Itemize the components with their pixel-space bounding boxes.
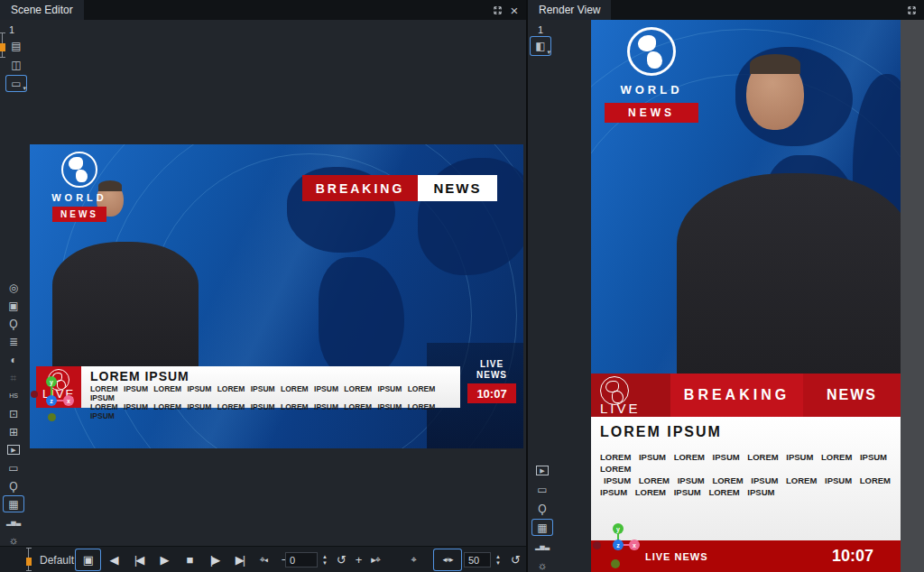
story-line1: LOREM IPSUM LOREM IPSUM LOREM IPSUM LORE… [600, 451, 892, 475]
time-label: 10:07 [467, 383, 516, 403]
gizmo-z-handle[interactable]: z [613, 540, 624, 550]
lower-third-line1: LOREM IPSUM LOREM IPSUM LOREM IPSUM LORE… [90, 384, 451, 402]
video-clip-icon[interactable]: ▶ [532, 463, 552, 478]
breaking-label: BREAKING [302, 175, 418, 201]
dropdown-caret-icon: ▾ [547, 49, 550, 56]
reset-speed-button[interactable]: ↺ [504, 549, 526, 570]
render-camera-number: 1 [538, 24, 543, 35]
step-forward-button[interactable]: |▶ [203, 549, 226, 570]
gizmo-anchor-dot [31, 391, 38, 398]
snapshot-icon[interactable]: ▣ [4, 298, 23, 313]
banner-breaking-label: BREAKING [670, 374, 803, 417]
grid-icon[interactable]: ▦ [532, 520, 552, 535]
hs-icon[interactable]: HS [4, 388, 23, 403]
play-button[interactable]: ▶ [152, 549, 175, 570]
brightness-icon[interactable]: ☼ [532, 558, 552, 572]
camera-select-icon[interactable]: ◎ [4, 280, 23, 295]
globe-icon [61, 152, 97, 188]
tab-render-view-label: Render View [539, 4, 600, 16]
wireframe-icon[interactable]: ⌗ [4, 370, 23, 385]
lower-third-panel: LOREM IPSUM LOREM IPSUM LOREM IPSUM LORE… [81, 366, 460, 408]
gizmo-pivot-dot [48, 413, 56, 421]
render-maximize-icon[interactable] [904, 3, 919, 17]
stop-button[interactable]: ■ [178, 549, 200, 570]
animation-speed-toggle[interactable]: ◂⌖▸ [434, 549, 461, 570]
playback-controls: ◀|◀▶■|▶▶| [102, 549, 251, 570]
animation-toolbar: Default ▣ ◀|◀▶■|▶▶| ⌖◂ − ▲ ▼ ↺ + ▸⌖ ⌖ ◂⌖… [0, 546, 528, 572]
maximize-icon[interactable] [490, 3, 504, 17]
gizmo-z-handle[interactable]: z [46, 395, 57, 406]
lamp-icon[interactable]: Ϙ [4, 316, 23, 331]
loop-counter-input[interactable] [285, 552, 318, 567]
footer-time-label: 10:07 [832, 547, 873, 566]
world-news-logo: WORLD NEWS [48, 152, 111, 222]
bulb-icon[interactable]: Ϙ [4, 478, 23, 494]
screen-view-icon[interactable]: ▭▾ [6, 76, 26, 91]
application-window: Scene Editor × 1 ▤◫▭▾ ◎▣Ϙ≣◐⌗HS⊡⊞▶▭Ϙ▦▂▅▃☼… [0, 0, 924, 572]
keyframe-camera-button[interactable]: ▣ [76, 549, 100, 570]
video-clip-icon[interactable]: ▶ [4, 442, 23, 457]
story-headline: LOREM IPSUM [600, 424, 892, 440]
banner-news-label: NEWS [418, 175, 497, 201]
world-news-logo: WORLD NEWS [602, 27, 701, 123]
layer-source-icon[interactable]: ◧▾ [531, 37, 550, 55]
go-to-start-button[interactable]: |◀ [127, 549, 150, 570]
anchor-hair [750, 54, 800, 74]
gizmo-y-handle[interactable]: y [46, 376, 57, 387]
story-line3: IPSUM LOREM IPSUM LOREM IPSUM [600, 486, 892, 498]
live-badge: LIVE [36, 366, 81, 408]
jump-to-out-button[interactable]: ▸⌖ [365, 549, 386, 570]
counter-spinner[interactable]: ▲ ▼ [320, 552, 329, 567]
map-africa [319, 257, 404, 379]
live-news-time-badge: LIVE NEWS 10:07 [461, 359, 522, 403]
bulb-icon[interactable]: Ϙ [532, 501, 552, 516]
scene-preview[interactable]: WORLD NEWS BREAKING NEWS LIVE LOREM IPSU… [30, 144, 523, 448]
center-key-button[interactable]: ⌖ [402, 549, 424, 570]
gizmo-x-handle[interactable]: x [63, 395, 74, 406]
speed-spinner[interactable]: ▲ ▼ [494, 552, 503, 567]
performance-bars-icon[interactable]: ▂▅▃ [532, 539, 552, 554]
close-icon[interactable]: × [507, 3, 522, 17]
gizmo-y-handle[interactable]: y [613, 523, 624, 534]
tree-list-icon[interactable]: ▤ [6, 38, 26, 53]
panel-divider[interactable] [526, 0, 528, 572]
footer-live-news-label: LIVE NEWS [645, 551, 708, 562]
monitor-icon[interactable]: ◫ [6, 57, 26, 72]
logo-news-label: NEWS [52, 207, 106, 222]
render-margin [901, 20, 924, 572]
bounding-box-icon[interactable]: ⊞ [4, 424, 23, 439]
render-view-tabbar: Render View [528, 0, 924, 20]
toolbar-slider[interactable] [28, 548, 32, 571]
gizmo-x-handle[interactable]: x [629, 540, 640, 550]
scene-editor-tabbar: Scene Editor × [0, 0, 528, 20]
reverse-play-button[interactable]: ◀ [102, 549, 125, 570]
rectangle-icon[interactable]: ▭ [4, 460, 23, 475]
grid-icon[interactable]: ▦ [4, 496, 23, 512]
speed-input[interactable] [464, 552, 491, 567]
breaking-news-banner: LIVE BREAKING NEWS [591, 374, 901, 417]
scene-view-icons: ▤◫▭▾ [6, 38, 26, 91]
logo-news-label: NEWS [605, 103, 698, 123]
profile-selector[interactable]: Default [40, 554, 74, 567]
badge-live-label: LIVE [461, 359, 522, 370]
anchor-body [677, 173, 901, 381]
jump-to-in-button[interactable]: ⌖◂ [253, 549, 274, 570]
dropdown-caret-icon: ▾ [23, 85, 26, 92]
scene-camera-number: 1 [9, 24, 14, 35]
lower-third-headline: LOREM IPSUM [90, 369, 451, 383]
story-panel: LOREM IPSUM LOREM IPSUM LOREM IPSUM LORE… [591, 417, 901, 540]
lower-third-line2: LOREM IPSUM LOREM IPSUM LOREM IPSUM LORE… [90, 402, 451, 420]
live-globe-icon [600, 376, 629, 405]
contrast-icon[interactable]: ◐ [4, 352, 23, 367]
gizmo-pivot-dot [611, 559, 620, 568]
rectangle-icon[interactable]: ▭ [532, 482, 552, 497]
filter-sliders-icon[interactable]: ≣ [4, 334, 23, 349]
tab-scene-editor[interactable]: Scene Editor [0, 0, 84, 20]
banner-live-cell: LIVE [591, 374, 670, 417]
render-output[interactable]: WORLD NEWS LIVE BREAKING NEWS LOREM IPSU… [591, 20, 901, 572]
tab-render-view[interactable]: Render View [528, 0, 611, 20]
banner-news-label: NEWS [803, 374, 901, 417]
performance-bars-icon[interactable]: ▂▅▃ [4, 514, 23, 530]
safe-area-icon[interactable]: ⊡ [4, 406, 23, 421]
go-to-end-button[interactable]: ▶| [228, 549, 251, 570]
